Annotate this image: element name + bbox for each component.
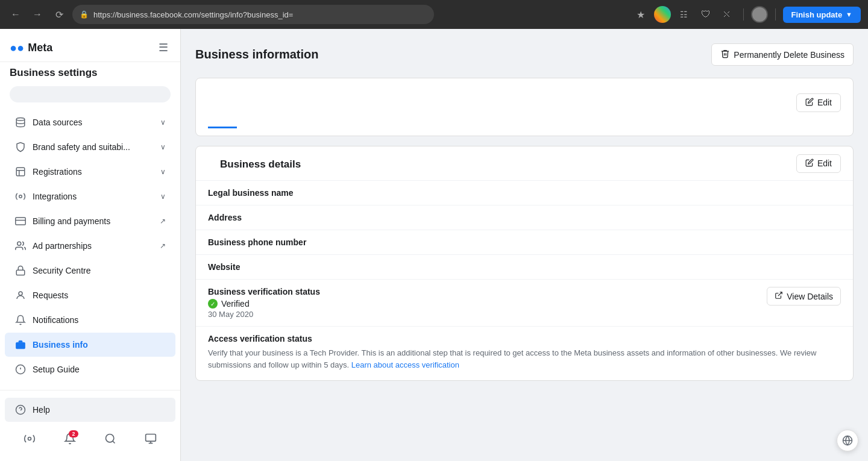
billing-label: Billing and payments (33, 216, 154, 226)
help-icon (14, 404, 27, 416)
sidebar-item-business-info[interactable]: Business info (5, 333, 175, 357)
svg-rect-8 (16, 342, 25, 349)
sidebar-item-brand-safety[interactable]: Brand safety and suitabi... ∨ (5, 135, 175, 159)
brand-safety-chevron: ∨ (160, 143, 166, 151)
verified-date: 30 May 2020 (208, 310, 757, 319)
notifications-bell-icon-button[interactable]: 2 (60, 429, 80, 451)
profile-card-header: Edit (196, 78, 853, 127)
sidebar-search[interactable] (10, 86, 171, 102)
profile-avatar[interactable] (751, 6, 768, 23)
svg-point-5 (17, 242, 21, 245)
address-row: Address (196, 205, 853, 230)
website-label: Website (208, 262, 316, 272)
external-link-icon (775, 291, 783, 301)
ad-partnerships-label: Ad partnerships (33, 241, 154, 251)
finish-update-chevron: ▼ (846, 11, 852, 18)
sidebar-item-security-centre[interactable]: Security Centre (5, 259, 175, 283)
svg-rect-15 (145, 434, 156, 442)
phone-row: Business phone number (196, 230, 853, 254)
meta-logo: ●● Meta (10, 41, 52, 55)
sidebar-nav: Data sources ∨ Brand safety and suitabi.… (0, 107, 180, 390)
reload-button[interactable]: ⟳ (51, 6, 68, 23)
hamburger-button[interactable]: ☰ (156, 39, 171, 57)
sidebar-item-setup-guide[interactable]: Setup Guide (5, 357, 175, 381)
url-input[interactable] (93, 10, 427, 19)
delete-business-button[interactable]: Permanently Delete Business (711, 43, 854, 66)
verification-label: Business verification status (208, 287, 320, 296)
svg-point-0 (16, 118, 25, 121)
view-details-button[interactable]: View Details (767, 287, 841, 306)
settings-icon-button[interactable] (20, 429, 39, 451)
setup-guide-icon (14, 363, 27, 375)
business-manager-icon-button[interactable] (141, 429, 160, 451)
website-row: Website (196, 254, 853, 279)
requests-label: Requests (33, 290, 166, 300)
app-container: ●● Meta ☰ Business settings Data sources… (0, 29, 868, 461)
setup-guide-label: Setup Guide (33, 365, 166, 374)
verification-left: Business verification status ✓ Verified … (208, 287, 757, 319)
sidebar-item-help[interactable]: Help (5, 398, 175, 422)
sidebar-item-integrations[interactable]: Integrations ∨ (5, 184, 175, 209)
notifications-label: Notifications (33, 315, 166, 325)
address-label: Address (208, 213, 316, 222)
edit2-icon (805, 158, 814, 169)
sidebar-title: Business settings (0, 62, 180, 86)
main-content: Business information Permanently Delete … (181, 29, 868, 461)
notifications-icon (14, 314, 27, 326)
data-sources-chevron: ∨ (160, 118, 166, 127)
sidebar-item-registrations[interactable]: Registrations ∨ (5, 160, 175, 184)
lock-icon: 🔒 (80, 10, 89, 19)
requests-icon (14, 289, 27, 301)
page-title: Business information (195, 48, 318, 61)
access-verification-section: Access verification status Verify that y… (196, 326, 853, 380)
access-verification-desc: Verify that your business is a Tech Prov… (208, 347, 841, 371)
trash-icon (720, 49, 730, 60)
google-apps-icon[interactable]: ☷ (676, 6, 693, 23)
integrations-label: Integrations (33, 192, 154, 201)
sidebar-item-notifications[interactable]: Notifications (5, 308, 175, 332)
globe-button[interactable] (837, 430, 858, 451)
edit-icon (805, 98, 814, 108)
sidebar-item-data-sources[interactable]: Data sources ∨ (5, 110, 175, 134)
sidebar-bottom-icons: 2 (0, 424, 180, 456)
business-info-label: Business info (33, 340, 166, 350)
sidebar-footer: Help 2 (0, 390, 180, 461)
back-button[interactable]: ← (7, 6, 24, 23)
business-details-edit-button[interactable]: Edit (796, 154, 841, 173)
svg-point-12 (28, 437, 31, 441)
access-verification-link[interactable]: Learn about access verification (351, 360, 459, 369)
legal-name-label: Legal business name (208, 188, 316, 198)
forward-button[interactable]: → (29, 6, 46, 23)
billing-icon (14, 215, 27, 227)
notification-badge: 2 (69, 430, 78, 437)
phone-label: Business phone number (208, 237, 316, 247)
profile-edit-button[interactable]: Edit (796, 93, 841, 112)
delete-business-label: Permanently Delete Business (734, 50, 844, 60)
svg-point-7 (19, 292, 22, 295)
sidebar-item-ad-partnerships[interactable]: Ad partnerships ↗ (5, 234, 175, 258)
verified-text: Verified (221, 299, 250, 309)
ad-partnerships-icon (14, 240, 27, 252)
meta-wordmark: Meta (28, 42, 52, 54)
access-desc-text: Verify that your business is a Tech Prov… (208, 348, 816, 369)
page-header: Business information Permanently Delete … (195, 43, 854, 66)
data-sources-label: Data sources (33, 118, 154, 127)
registrations-label: Registrations (33, 167, 154, 177)
bookmark-icon[interactable]: ★ (632, 6, 649, 23)
help-label: Help (33, 405, 166, 415)
search-icon-button[interactable] (101, 429, 120, 451)
browser-icons: ★ ☷ 🛡 ⛌ Finish update ▼ (632, 6, 861, 23)
sidebar-item-requests[interactable]: Requests (5, 283, 175, 307)
chrome-icon (654, 6, 671, 23)
brand-safety-label: Brand safety and suitabi... (33, 142, 154, 152)
svg-rect-1 (16, 168, 25, 176)
billing-external-icon: ↗ (160, 217, 166, 225)
shield-icon[interactable]: 🛡 (697, 6, 714, 23)
finish-update-button[interactable]: Finish update ▼ (783, 7, 861, 23)
security-centre-icon (14, 265, 27, 277)
sidebar: ●● Meta ☰ Business settings Data sources… (0, 29, 181, 461)
address-bar: 🔒 (72, 5, 434, 24)
sidebar-item-billing[interactable]: Billing and payments ↗ (5, 209, 175, 233)
extensions-icon[interactable]: ⛌ (719, 6, 736, 23)
svg-rect-6 (16, 270, 25, 275)
